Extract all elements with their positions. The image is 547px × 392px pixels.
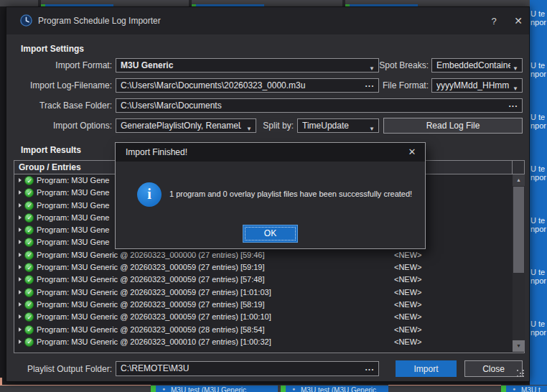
split-by-select[interactable]: TimeUpdate ▼ (297, 118, 379, 133)
background-window-text: U tenpor (530, 319, 547, 337)
row-label: Program: M3U Generic @ 20260323_000059 (… (37, 325, 265, 334)
import-format-label: Import Format: (14, 60, 112, 70)
import-button[interactable]: Import (396, 360, 457, 377)
row-label: Program: M3U Gene (37, 238, 109, 246)
modal-title: Import Finished! (126, 147, 187, 157)
success-check-icon (24, 201, 34, 210)
expand-arrow-icon[interactable] (19, 290, 22, 294)
help-button[interactable]: ? (486, 14, 502, 28)
spot-breaks-select[interactable]: EmbeddedContainer ▼ (431, 58, 523, 73)
import-results-header: Import Results (21, 145, 81, 155)
background-window-text: U tenpor (530, 9, 547, 27)
row-label: Program: M3U Generic @ 20260323_000059 (… (37, 263, 265, 271)
expand-arrow-icon[interactable] (19, 228, 22, 232)
playlist-output-folder-label: Playlist Output Folder: (14, 364, 112, 374)
row-label: Program: M3U Gene (37, 201, 109, 210)
background-salmon-line (388, 385, 501, 386)
success-check-icon (24, 263, 34, 272)
browse-button[interactable]: ... (508, 100, 519, 111)
column-divider (512, 161, 513, 174)
scroll-down-icon[interactable]: ▼ (513, 340, 525, 352)
table-row[interactable]: Program: M3U Generic @ 20260323_000010 (… (15, 336, 513, 348)
row-label: Program: M3U Gene (37, 213, 109, 222)
table-row[interactable]: Program: M3U Generic @ 20260323_000059 (… (15, 311, 513, 323)
table-row[interactable]: Program: M3U Generic @ 20260323_000059 (… (15, 261, 513, 274)
split-by-label: Split by: (258, 121, 294, 131)
expand-arrow-icon[interactable] (19, 215, 22, 220)
table-row[interactable]: Program: M3U Generic @ 20260323_000059 (… (15, 299, 513, 311)
background-right-strip: U tenporU tenporU tenporU tenporU tenpor… (530, 0, 547, 392)
row-label: Program: M3U Gene (37, 188, 109, 197)
import-log-filename-input[interactable]: C:\Users\Marc\Documents\20260323_0000.m3… (116, 78, 379, 93)
background-schedule-cell: ●M3U test (M3U Generic (151, 386, 278, 392)
table-row[interactable]: Program: M3U Generic @ 20260323_000059 (… (15, 274, 513, 286)
expand-arrow-icon[interactable] (19, 253, 22, 257)
app-clock-icon (20, 14, 32, 27)
row-label: Program: M3U Gene (37, 176, 109, 185)
row-status: <NEW> (394, 251, 422, 259)
track-base-folder-input[interactable]: C:\Users\Marc\Documents ... (116, 98, 523, 113)
import-log-filename-label: Import Log-Filename: (14, 80, 112, 90)
row-label: Program: M3U Generic @ 20260323_000059 (… (37, 288, 271, 297)
scroll-up-icon[interactable]: ▲ (513, 174, 525, 186)
expand-arrow-icon[interactable] (19, 340, 22, 344)
table-row[interactable]: Program: M3U Generic @ 20260323_000059 (… (15, 324, 513, 336)
modal-close-button[interactable]: ✕ (405, 146, 419, 159)
background-window-text: U tenpor (530, 268, 547, 285)
row-status: <NEW> (394, 263, 422, 271)
background-window-text: U tenpor (530, 216, 547, 233)
import-options-select[interactable]: GeneratePlaylistOnly, RenameLo... ▼ (116, 118, 256, 133)
success-check-icon (24, 325, 34, 335)
row-status: <NEW> (394, 312, 422, 321)
results-scrollbar[interactable]: ▲ ▼ (513, 174, 525, 352)
playlist-output-folder-input[interactable]: C:\REMOTE\M3U ... (116, 361, 379, 376)
expand-arrow-icon[interactable] (19, 277, 22, 281)
row-label: Program: M3U Generic @ 20260323_000059 (… (37, 275, 265, 284)
window-close-button[interactable]: ✕ (510, 14, 526, 28)
file-format-select[interactable]: yyyyMMdd_HHmm ▼ (431, 78, 523, 93)
read-log-file-button[interactable]: Read Log File (383, 118, 523, 134)
expand-arrow-icon[interactable] (19, 265, 22, 269)
success-check-icon (24, 300, 34, 309)
ok-button[interactable]: OK (243, 225, 298, 243)
expand-arrow-icon[interactable] (19, 314, 22, 319)
row-label: Program: M3U Generic @ 20260323_000000 (… (37, 251, 265, 259)
expand-arrow-icon[interactable] (19, 190, 22, 195)
row-status: <NEW> (394, 300, 422, 309)
success-check-icon (24, 176, 34, 185)
success-check-icon (24, 188, 34, 197)
expand-arrow-icon[interactable] (19, 327, 22, 332)
expand-arrow-icon[interactable] (19, 178, 22, 182)
close-button[interactable]: Close (464, 360, 523, 377)
chevron-down-icon: ▼ (513, 83, 518, 93)
success-check-icon (24, 238, 34, 247)
import-settings-header: Import Settings (21, 44, 84, 54)
expand-arrow-icon[interactable] (19, 302, 22, 307)
table-row[interactable]: Program: M3U Generic @ 20260323_000000 (… (15, 249, 513, 261)
success-check-icon (24, 213, 34, 223)
resize-grip[interactable] (517, 370, 525, 378)
scrollbar-thumb[interactable] (513, 187, 524, 273)
table-row[interactable]: Program: M3U Generic @ 20260323_000059 (… (15, 286, 513, 299)
background-schedule-cell: ●M3U test (M3U Generic (281, 386, 388, 392)
modal-titlebar[interactable]: Import Finished! ✕ (116, 143, 425, 162)
background-window-text: U tenpor (530, 61, 547, 78)
background-window-text: U tenpor (530, 113, 547, 130)
window-titlebar[interactable]: Program Schedule Log Importer ? ✕ (6, 7, 529, 34)
file-format-label: File Format: (344, 80, 429, 90)
success-check-icon (24, 225, 34, 235)
row-status: <NEW> (394, 325, 422, 334)
import-finished-dialog: Import Finished! ✕ i 1 program and 0 ove… (115, 142, 426, 249)
chevron-down-icon: ▼ (369, 123, 375, 133)
chevron-down-icon: ▼ (246, 123, 252, 133)
expand-arrow-icon[interactable] (19, 203, 22, 207)
browse-button[interactable]: ... (364, 363, 375, 375)
success-check-icon (24, 275, 34, 284)
window-title: Program Schedule Log Importer (38, 16, 161, 26)
success-check-icon (24, 251, 34, 260)
expand-arrow-icon[interactable] (19, 240, 22, 244)
group-entries-column-header[interactable]: Group / Entries (19, 162, 81, 172)
import-format-select[interactable]: M3U Generic ▼ (116, 58, 379, 73)
track-base-folder-label: Track Base Folder: (14, 101, 112, 111)
success-check-icon (24, 288, 34, 297)
